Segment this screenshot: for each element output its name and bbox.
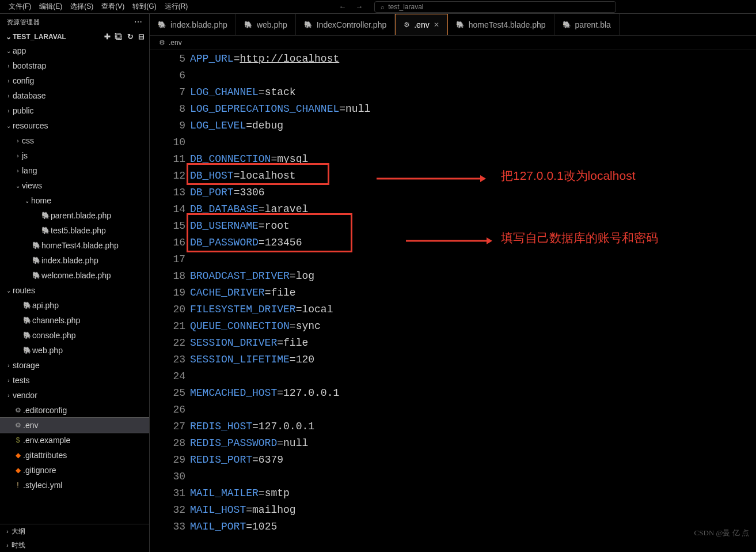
explorer-more-icon[interactable]: ⋯ xyxy=(134,17,142,27)
tree-file[interactable]: 🐘web.php xyxy=(0,343,149,358)
php-icon: 🐘 xyxy=(31,256,41,264)
code-line[interactable]: DB_PORT=3306 xyxy=(190,184,756,201)
tree-folder[interactable]: ⌄routes xyxy=(0,283,149,298)
git-icon: ◆ xyxy=(13,466,23,474)
line-number: 15 xyxy=(150,218,185,235)
code-content[interactable]: 把127.0.0.1改为localhost 填写自己数据库的账号和密码 APP_… xyxy=(190,50,756,552)
php-icon: 🐘 xyxy=(22,316,32,324)
tree-folder[interactable]: ›database xyxy=(0,88,149,103)
code-line[interactable] xyxy=(190,134,756,151)
line-number: 8 xyxy=(150,101,185,118)
line-number: 20 xyxy=(150,301,185,318)
tree-folder[interactable]: ›vendor xyxy=(0,388,149,403)
code-line[interactable]: REDIS_PORT=6379 xyxy=(190,452,756,468)
tree-folder[interactable]: ⌄views xyxy=(0,178,149,193)
tree-file[interactable]: 🐘parent.blade.php xyxy=(0,208,149,223)
code-line[interactable]: MAIL_HOST=mailhog xyxy=(190,502,756,519)
project-row[interactable]: ⌄ TEST_LARAVAL ✚ ⿻ ↻ ⊟ xyxy=(0,30,149,43)
line-number: 32 xyxy=(150,502,185,519)
tab-label: index.blade.php xyxy=(170,20,227,29)
command-search[interactable]: ⌕ test_laraval xyxy=(374,1,616,13)
code-line[interactable]: REDIS_PASSWORD=null xyxy=(190,435,756,452)
collapse-icon[interactable]: ⊟ xyxy=(138,32,145,41)
editor-tab[interactable]: ⚙.env✕ xyxy=(395,14,447,35)
tree-folder[interactable]: ›config xyxy=(0,73,149,88)
menu-item[interactable]: 选择(S) xyxy=(66,2,97,12)
code-line[interactable]: CACHE_DRIVER=file xyxy=(190,285,756,301)
nav-fwd-icon[interactable]: → xyxy=(355,2,363,11)
code-line[interactable]: DB_DATABASE=laravel xyxy=(190,201,756,218)
menu-item[interactable]: 运行(R) xyxy=(161,2,192,12)
editor-tab[interactable]: 🐘index.blade.php xyxy=(150,14,236,35)
code-line[interactable]: MEMCACHED_HOST=127.0.0.1 xyxy=(190,385,756,402)
tree-file[interactable]: 🐘index.blade.php xyxy=(0,253,149,268)
tree-file[interactable]: 🐘welcome.blade.php xyxy=(0,268,149,283)
outline-section[interactable]: ›大纲 xyxy=(0,524,149,538)
code-line[interactable]: LOG_LEVEL=debug xyxy=(190,118,756,134)
code-line[interactable]: LOG_DEPRECATIONS_CHANNEL=null xyxy=(190,101,756,118)
refresh-icon[interactable]: ↻ xyxy=(127,32,134,41)
editor-tab[interactable]: 🐘parent.bla xyxy=(554,14,620,35)
editor-area: 🐘index.blade.php🐘web.php🐘IndexController… xyxy=(150,14,756,552)
tree-folder[interactable]: ›public xyxy=(0,103,149,118)
code-line[interactable]: DB_HOST=localhost xyxy=(190,168,756,184)
tree-folder[interactable]: ›storage xyxy=(0,358,149,373)
menu-item[interactable]: 文件(F) xyxy=(5,2,35,12)
sty-icon: ! xyxy=(13,481,23,489)
tree-folder[interactable]: ⌄resources xyxy=(0,118,149,133)
code-line[interactable]: REDIS_HOST=127.0.0.1 xyxy=(190,418,756,435)
tree-file[interactable]: ⚙.editorconfig xyxy=(0,403,149,418)
code-line[interactable] xyxy=(190,251,756,268)
editor-tab[interactable]: 🐘IndexController.php xyxy=(296,14,395,35)
line-number: 33 xyxy=(150,519,185,535)
tree-file[interactable]: 🐘channels.php xyxy=(0,313,149,328)
code-line[interactable]: DB_USERNAME=root xyxy=(190,218,756,235)
tree-file[interactable]: ◆.gitignore xyxy=(0,463,149,478)
new-folder-icon[interactable]: ⿻ xyxy=(115,32,123,41)
tree-file[interactable]: ◆.gitattributes xyxy=(0,448,149,463)
new-file-icon[interactable]: ✚ xyxy=(104,32,111,41)
code-line[interactable] xyxy=(190,468,756,485)
code-line[interactable]: SESSION_DRIVER=file xyxy=(190,335,756,351)
tree-file[interactable]: 🐘test5.blade.php xyxy=(0,223,149,238)
code-line[interactable]: LOG_CHANNEL=stack xyxy=(190,84,756,101)
code-line[interactable]: APP_URL=http://localhost xyxy=(190,51,756,67)
code-line[interactable] xyxy=(190,67,756,84)
menubar: 文件(F)编辑(E)选择(S)查看(V)转到(G)运行(R) ← → ⌕ tes… xyxy=(0,0,756,14)
nav-back-icon[interactable]: ← xyxy=(339,2,346,11)
code-line[interactable]: MAIL_MAILER=smtp xyxy=(190,485,756,502)
tree-file[interactable]: !.styleci.yml xyxy=(0,478,149,493)
tree-file[interactable]: ⚙.env xyxy=(0,418,149,433)
code-line[interactable] xyxy=(190,368,756,385)
menu-item[interactable]: 查看(V) xyxy=(97,2,128,12)
tree-folder[interactable]: ›tests xyxy=(0,373,149,388)
tree-file[interactable]: $.env.example xyxy=(0,433,149,448)
tree-label: app xyxy=(13,46,26,55)
code-line[interactable] xyxy=(190,402,756,418)
code-line[interactable]: DB_CONNECTION=mysql xyxy=(190,151,756,168)
code-line[interactable]: BROADCAST_DRIVER=log xyxy=(190,268,756,285)
tree-label: .env xyxy=(23,421,38,430)
code-editor[interactable]: 5678910111213141516171819202122232425262… xyxy=(150,50,756,552)
tree-folder[interactable]: ›css xyxy=(0,133,149,148)
tree-folder[interactable]: ⌄home xyxy=(0,193,149,208)
timeline-section[interactable]: ›时线 xyxy=(0,538,149,552)
tree-folder[interactable]: ›bootstrap xyxy=(0,58,149,73)
tree-folder[interactable]: ⌄app xyxy=(0,43,149,58)
code-line[interactable]: FILESYSTEM_DRIVER=local xyxy=(190,301,756,318)
tree-folder[interactable]: ›lang xyxy=(0,163,149,178)
tree-file[interactable]: 🐘console.php xyxy=(0,328,149,343)
code-line[interactable]: QUEUE_CONNECTION=sync xyxy=(190,318,756,335)
code-line[interactable]: MAIL_PORT=1025 xyxy=(190,519,756,535)
tree-folder[interactable]: ›js xyxy=(0,148,149,163)
editor-tab[interactable]: 🐘homeTest4.blade.php xyxy=(448,14,554,35)
close-icon[interactable]: ✕ xyxy=(434,21,439,29)
menu-item[interactable]: 编辑(E) xyxy=(35,2,66,12)
breadcrumb[interactable]: ⚙ .env xyxy=(150,36,756,50)
menu-item[interactable]: 转到(G) xyxy=(128,2,160,12)
code-line[interactable]: DB_PASSWORD=123456 xyxy=(190,235,756,251)
code-line[interactable]: SESSION_LIFETIME=120 xyxy=(190,351,756,368)
tree-file[interactable]: 🐘api.php xyxy=(0,298,149,313)
tree-file[interactable]: 🐘homeTest4.blade.php xyxy=(0,238,149,253)
editor-tab[interactable]: 🐘web.php xyxy=(236,14,296,35)
